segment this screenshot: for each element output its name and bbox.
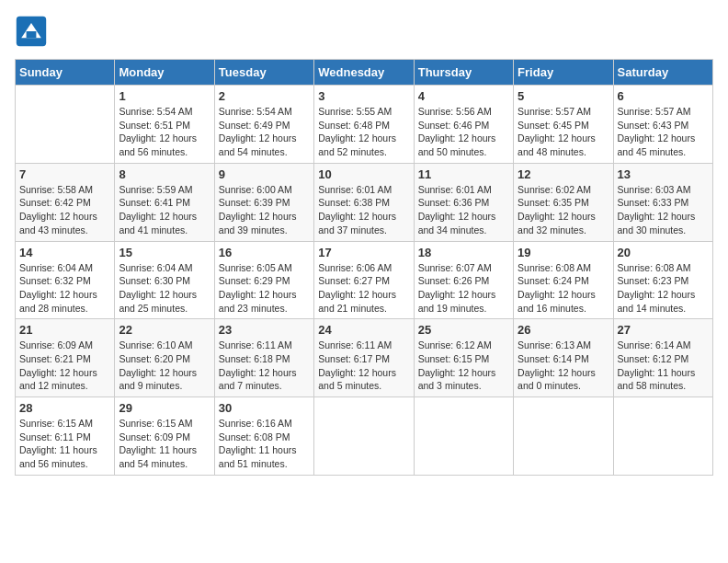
calendar-cell: 2Sunrise: 5:54 AMSunset: 6:49 PMDaylight…	[214, 86, 313, 164]
calendar-cell: 29Sunrise: 6:15 AMSunset: 6:09 PMDayligh…	[115, 397, 214, 476]
day-info: Sunrise: 6:06 AMSunset: 6:27 PMDaylight:…	[318, 261, 409, 316]
calendar-cell: 6Sunrise: 5:57 AMSunset: 6:43 PMDaylight…	[613, 86, 712, 164]
day-number: 6	[618, 89, 709, 103]
calendar-cell: 24Sunrise: 6:11 AMSunset: 6:17 PMDayligh…	[314, 319, 414, 397]
day-number: 28	[19, 401, 110, 415]
day-number: 14	[19, 246, 110, 259]
day-info: Sunrise: 6:01 AMSunset: 6:38 PMDaylight:…	[318, 183, 409, 237]
calendar-week-row: 7Sunrise: 5:58 AMSunset: 6:42 PMDaylight…	[16, 163, 713, 241]
day-info: Sunrise: 5:55 AMSunset: 6:48 PMDaylight:…	[318, 105, 409, 159]
day-info: Sunrise: 6:15 AMSunset: 6:11 PMDaylight:…	[19, 417, 110, 471]
day-info: Sunrise: 6:04 AMSunset: 6:30 PMDaylight:…	[119, 261, 210, 316]
calendar-cell: 14Sunrise: 6:04 AMSunset: 6:32 PMDayligh…	[16, 241, 115, 319]
col-header-friday: Friday	[514, 60, 613, 86]
day-info: Sunrise: 5:54 AMSunset: 6:49 PMDaylight:…	[219, 105, 310, 159]
calendar-cell: 7Sunrise: 5:58 AMSunset: 6:42 PMDaylight…	[16, 163, 115, 241]
calendar-week-row: 28Sunrise: 6:15 AMSunset: 6:11 PMDayligh…	[16, 397, 713, 476]
day-info: Sunrise: 6:00 AMSunset: 6:39 PMDaylight:…	[219, 183, 310, 237]
calendar-week-row: 1Sunrise: 5:54 AMSunset: 6:51 PMDaylight…	[16, 86, 713, 164]
day-info: Sunrise: 6:09 AMSunset: 6:21 PMDaylight:…	[19, 339, 110, 393]
calendar-table: SundayMondayTuesdayWednesdayThursdayFrid…	[15, 59, 713, 476]
day-number: 23	[219, 323, 310, 337]
day-number: 29	[119, 401, 210, 415]
day-number: 4	[418, 89, 509, 103]
day-info: Sunrise: 6:08 AMSunset: 6:23 PMDaylight:…	[618, 261, 709, 316]
calendar-cell: 16Sunrise: 6:05 AMSunset: 6:29 PMDayligh…	[214, 241, 313, 319]
day-number: 19	[518, 246, 609, 259]
day-info: Sunrise: 5:59 AMSunset: 6:41 PMDaylight:…	[119, 183, 210, 237]
day-number: 20	[618, 246, 709, 259]
day-number: 9	[219, 167, 310, 181]
day-number: 5	[518, 89, 609, 103]
calendar-cell	[414, 397, 513, 476]
col-header-wednesday: Wednesday	[314, 60, 414, 86]
page-header	[15, 15, 713, 48]
calendar-cell: 5Sunrise: 5:57 AMSunset: 6:45 PMDaylight…	[514, 86, 613, 164]
day-info: Sunrise: 6:11 AMSunset: 6:18 PMDaylight:…	[219, 339, 310, 393]
day-info: Sunrise: 6:03 AMSunset: 6:33 PMDaylight:…	[618, 183, 709, 237]
day-info: Sunrise: 6:04 AMSunset: 6:32 PMDaylight:…	[19, 261, 110, 316]
day-number: 16	[219, 246, 310, 259]
day-number: 7	[19, 167, 110, 181]
calendar-cell: 21Sunrise: 6:09 AMSunset: 6:21 PMDayligh…	[16, 319, 115, 397]
day-number: 2	[219, 89, 310, 103]
day-info: Sunrise: 5:57 AMSunset: 6:43 PMDaylight:…	[618, 105, 709, 159]
day-info: Sunrise: 5:56 AMSunset: 6:46 PMDaylight:…	[418, 105, 509, 159]
day-info: Sunrise: 6:13 AMSunset: 6:14 PMDaylight:…	[518, 339, 609, 393]
calendar-cell: 9Sunrise: 6:00 AMSunset: 6:39 PMDaylight…	[214, 163, 313, 241]
calendar-cell: 30Sunrise: 6:16 AMSunset: 6:08 PMDayligh…	[214, 397, 313, 476]
day-number: 18	[418, 246, 509, 259]
day-number: 3	[318, 89, 409, 103]
logo	[15, 15, 51, 48]
calendar-header-row: SundayMondayTuesdayWednesdayThursdayFrid…	[16, 60, 713, 86]
day-info: Sunrise: 6:15 AMSunset: 6:09 PMDaylight:…	[119, 417, 210, 471]
calendar-cell: 25Sunrise: 6:12 AMSunset: 6:15 PMDayligh…	[414, 319, 513, 397]
day-info: Sunrise: 6:11 AMSunset: 6:17 PMDaylight:…	[318, 339, 409, 393]
day-info: Sunrise: 6:05 AMSunset: 6:29 PMDaylight:…	[219, 261, 310, 316]
col-header-tuesday: Tuesday	[214, 60, 313, 86]
day-number: 25	[418, 323, 509, 337]
calendar-cell: 10Sunrise: 6:01 AMSunset: 6:38 PMDayligh…	[314, 163, 414, 241]
calendar-cell	[613, 397, 712, 476]
calendar-cell: 15Sunrise: 6:04 AMSunset: 6:30 PMDayligh…	[115, 241, 214, 319]
svg-rect-2	[27, 31, 37, 38]
day-number: 11	[418, 167, 509, 181]
calendar-cell: 23Sunrise: 6:11 AMSunset: 6:18 PMDayligh…	[214, 319, 313, 397]
day-number: 30	[219, 401, 310, 415]
day-number: 22	[119, 323, 210, 337]
day-info: Sunrise: 6:14 AMSunset: 6:12 PMDaylight:…	[618, 339, 709, 393]
day-number: 8	[119, 167, 210, 181]
day-info: Sunrise: 6:16 AMSunset: 6:08 PMDaylight:…	[219, 417, 310, 471]
calendar-week-row: 14Sunrise: 6:04 AMSunset: 6:32 PMDayligh…	[16, 241, 713, 319]
calendar-cell: 26Sunrise: 6:13 AMSunset: 6:14 PMDayligh…	[514, 319, 613, 397]
logo-icon	[15, 15, 48, 48]
day-info: Sunrise: 5:58 AMSunset: 6:42 PMDaylight:…	[19, 183, 110, 237]
day-number: 1	[119, 89, 210, 103]
calendar-week-row: 21Sunrise: 6:09 AMSunset: 6:21 PMDayligh…	[16, 319, 713, 397]
day-number: 27	[618, 323, 709, 337]
calendar-cell: 18Sunrise: 6:07 AMSunset: 6:26 PMDayligh…	[414, 241, 513, 319]
day-number: 15	[119, 246, 210, 259]
calendar-cell: 28Sunrise: 6:15 AMSunset: 6:11 PMDayligh…	[16, 397, 115, 476]
day-info: Sunrise: 5:57 AMSunset: 6:45 PMDaylight:…	[518, 105, 609, 159]
day-info: Sunrise: 5:54 AMSunset: 6:51 PMDaylight:…	[119, 105, 210, 159]
day-info: Sunrise: 6:01 AMSunset: 6:36 PMDaylight:…	[418, 183, 509, 237]
day-number: 10	[318, 167, 409, 181]
calendar-cell: 12Sunrise: 6:02 AMSunset: 6:35 PMDayligh…	[514, 163, 613, 241]
day-number: 17	[318, 246, 409, 259]
col-header-saturday: Saturday	[613, 60, 712, 86]
calendar-cell: 17Sunrise: 6:06 AMSunset: 6:27 PMDayligh…	[314, 241, 414, 319]
day-info: Sunrise: 6:07 AMSunset: 6:26 PMDaylight:…	[418, 261, 509, 316]
day-number: 12	[518, 167, 609, 181]
day-number: 24	[318, 323, 409, 337]
calendar-cell: 8Sunrise: 5:59 AMSunset: 6:41 PMDaylight…	[115, 163, 214, 241]
day-number: 21	[19, 323, 110, 337]
col-header-monday: Monday	[115, 60, 214, 86]
day-number: 26	[518, 323, 609, 337]
calendar-cell: 22Sunrise: 6:10 AMSunset: 6:20 PMDayligh…	[115, 319, 214, 397]
calendar-cell: 27Sunrise: 6:14 AMSunset: 6:12 PMDayligh…	[613, 319, 712, 397]
calendar-cell: 4Sunrise: 5:56 AMSunset: 6:46 PMDaylight…	[414, 86, 513, 164]
calendar-cell	[16, 86, 115, 164]
day-info: Sunrise: 6:10 AMSunset: 6:20 PMDaylight:…	[119, 339, 210, 393]
calendar-cell: 1Sunrise: 5:54 AMSunset: 6:51 PMDaylight…	[115, 86, 214, 164]
